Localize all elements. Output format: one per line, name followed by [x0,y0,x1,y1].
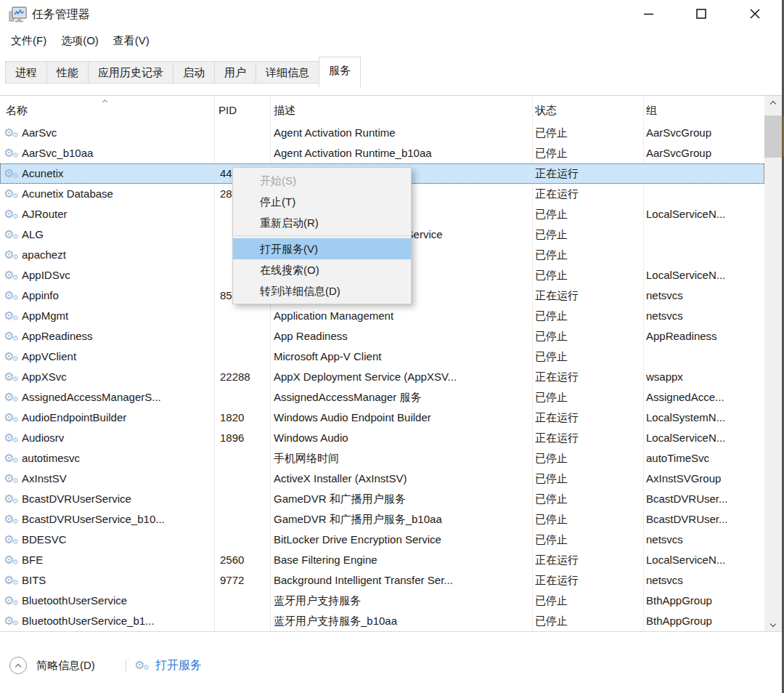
gear-icon: ⚙ [4,593,17,608]
service-row[interactable]: ⚙BluetoothUserService_b1...蓝牙用户支持服务_b10a… [0,611,764,631]
service-name: Acunetix [22,163,64,184]
service-row[interactable]: ⚙AudioEndpointBuilder1820Windows Audio E… [0,408,764,428]
window-title: 任务管理器 [32,0,90,29]
service-pid [214,326,270,346]
context-menu-item-restart[interactable]: 重新启动(R) [233,212,411,233]
service-row[interactable]: ⚙AppReadinessApp Readiness已停止AppReadines… [0,326,764,346]
fewer-details-label[interactable]: 简略信息(D) [36,657,95,674]
service-row[interactable]: ⚙Audiosrv1896Windows Audio正在运行LocalServi… [0,428,764,448]
menu-file[interactable]: 文件(F) [4,29,54,52]
service-row[interactable]: ⚙AssignedAccessManagerS...AssignedAccess… [0,387,764,408]
gear-icon: ⚙ [4,573,17,588]
cell-name: ⚙autotimesvc [0,448,214,469]
service-row[interactable]: ⚙AarSvcAgent Activation Runtime已停止AarSvc… [0,123,764,143]
gear-icon: ⚙ [4,492,17,506]
service-description: GameDVR 和广播用户服务 [270,489,532,509]
gear-icon: ⚙ [4,451,17,466]
gear-icon: ⚙ [4,431,17,445]
cell-name: ⚙Acunetix [0,163,214,184]
service-row[interactable]: ⚙BcastDVRUserService_b10...GameDVR 和广播用户… [0,509,764,530]
service-status: 正在运行 [532,408,643,428]
open-services-link[interactable]: 打开服务 [155,657,202,674]
service-name: AarSvc [22,123,57,143]
tab-startup[interactable]: 启动 [173,61,215,84]
gear-icon: ⚙ [4,227,17,242]
cell-name: ⚙BITS [0,570,214,591]
service-description: Base Filtering Engine [270,550,532,570]
column-header-group[interactable]: 组 [643,96,764,123]
service-pid: 1896 [214,428,270,448]
service-name: AssignedAccessManagerS... [22,387,161,408]
tab-details[interactable]: 详细信息 [256,61,319,84]
column-header-pid[interactable]: PID [214,96,270,123]
service-row[interactable]: ⚙AppXSvc22288AppX Deployment Service (Ap… [0,367,764,387]
tab-performance[interactable]: 性能 [46,61,89,84]
service-pid [214,387,270,408]
cell-name: ⚙AarSvc_b10aa [0,143,214,163]
close-button[interactable] [733,0,777,28]
service-row[interactable]: ⚙autotimesvc手机网络时间已停止autoTimeSvc [0,448,764,469]
gear-icon: ⚙ [4,553,17,567]
tab-app-history[interactable]: 应用历史记录 [88,61,173,84]
service-status: 正在运行 [532,550,643,570]
tab-services[interactable]: 服务 [319,57,361,87]
column-header-name[interactable]: 名称 [0,96,214,123]
maximize-button[interactable] [679,0,723,28]
service-name: Appinfo [22,285,59,306]
service-description: Microsoft App-V Client [270,346,532,367]
menu-view[interactable]: 查看(V) [106,29,157,52]
service-pid [214,448,270,469]
column-header-description[interactable]: 描述 [270,96,532,123]
gear-icon: ⚙ [4,187,17,201]
service-group: LocalSystemN... [643,408,764,428]
gear-icon: ⚙ [4,309,17,323]
minimize-button[interactable] [626,0,670,28]
gear-icon: ⚙ [4,268,17,283]
cell-name: ⚙AudioEndpointBuilder [0,408,214,428]
service-status: 已停止 [532,489,643,509]
tab-users[interactable]: 用户 [214,61,256,84]
service-row[interactable]: ⚙AxInstSVActiveX Installer (AxInstSV)已停止… [0,469,764,489]
service-status: 已停止 [532,530,643,550]
service-name: AarSvc_b10aa [22,143,93,163]
context-menu-item-go-to-details[interactable]: 转到详细信息(D) [233,280,411,301]
task-manager-app-icon [9,5,28,24]
service-row[interactable]: ⚙AppMgmtApplication Management已停止netsvcs [0,306,764,326]
service-row[interactable]: ⚙BFE2560Base Filtering Engine正在运行LocalSe… [0,550,764,570]
scroll-up-button[interactable] [764,96,782,109]
column-header-status[interactable]: 状态 [532,96,643,123]
service-pid [214,346,270,367]
service-group: netsvcs [643,306,764,326]
service-group [643,245,764,265]
context-menu-item-open-services[interactable]: 打开服务(V) [233,238,411,259]
service-pid: 1820 [214,408,270,428]
menu-options[interactable]: 选项(O) [54,29,106,52]
service-group: wsappx [643,367,764,387]
service-name: ALG [22,224,44,245]
gear-icon: ⚙ [4,614,17,628]
gear-icon: ⚙ [4,146,17,161]
service-row[interactable]: ⚙AarSvc_b10aaAgent Activation Runtime_b1… [0,143,764,163]
service-row[interactable]: ⚙AppVClientMicrosoft App-V Client已停止 [0,346,764,367]
scrollbar-thumb[interactable] [764,115,782,158]
service-row[interactable]: ⚙BITS9772Background Intelligent Transfer… [0,570,764,591]
service-pid: 22288 [214,367,270,387]
service-group: LocalServiceN... [643,550,764,570]
service-row[interactable]: ⚙BcastDVRUserServiceGameDVR 和广播用户服务已停止Bc… [0,489,764,509]
service-status: 已停止 [532,265,643,285]
tab-processes[interactable]: 进程 [5,61,47,84]
service-pid [214,611,270,631]
context-menu-item-search-online[interactable]: 在线搜索(O) [233,259,411,280]
cell-name: ⚙BcastDVRUserService [0,489,214,509]
fewer-details-toggle[interactable] [9,657,27,674]
service-row[interactable]: ⚙BDESVCBitLocker Drive Encryption Servic… [0,530,764,550]
service-row[interactable]: ⚙BluetoothUserService蓝牙用户支持服务已停止BthAppGr… [0,591,764,611]
vertical-scrollbar[interactable] [764,96,782,631]
context-menu-item-start[interactable]: 开始(S) [233,170,411,191]
scroll-down-button[interactable] [764,618,782,631]
context-menu-item-stop[interactable]: 停止(T) [233,191,411,212]
service-group: AarSvcGroup [643,123,764,143]
service-name: BluetoothUserService_b1... [22,611,155,631]
service-status: 已停止 [532,326,643,346]
close-icon [750,9,760,19]
